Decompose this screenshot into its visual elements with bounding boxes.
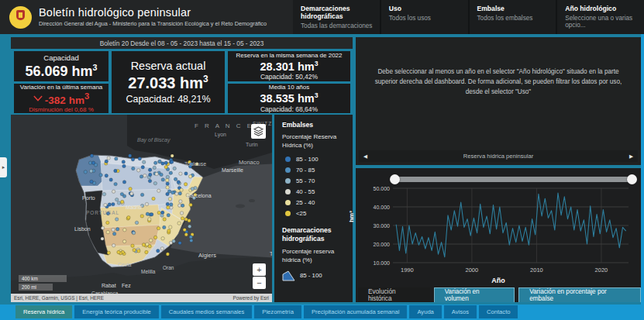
legend-title-embalses: Embalses	[282, 121, 348, 129]
legend-subtitle-demarcaciones: Porcentaje reserva hídrica (%)	[282, 248, 348, 265]
card-value: 27.033 hm3	[128, 74, 208, 92]
card-label: Media 10 años	[269, 84, 309, 91]
carousel-bar: ◀ Reserva hídrica peninsular ▶	[359, 150, 638, 162]
chevron-down-icon	[33, 95, 43, 102]
info-message: Debe seleccionar al menos un año en el s…	[368, 67, 629, 97]
dashboard: Boletín hidrológico peninsular Dirección…	[0, 0, 644, 320]
class-dot-icon	[285, 200, 291, 205]
card-subtext: Capacidad: 50,42%	[260, 73, 318, 81]
legend-title-demarcaciones: Demarcaciones hidrográficas	[282, 226, 348, 243]
bulletin-range: Boletín 20 Desde el 08 - 05 - 2023 hasta…	[11, 37, 353, 49]
card-reserva-2022: Reserva en la misma semana de 2022 28.30…	[228, 51, 350, 81]
map-canvas[interactable]: F R A N C ESWITZERLANDBay of BiscayLyonT…	[11, 115, 353, 302]
filter-dropdown-1[interactable]: UsoTodos los usos	[381, 0, 468, 34]
filter-dropdown-3[interactable]: Año hidrológicoSeleccione una o varias o…	[557, 0, 644, 34]
svg-text:1990: 1990	[401, 267, 414, 274]
chart-tab[interactable]: Variación en porcentaje por embalse	[518, 287, 641, 302]
carousel-label: Reserva hídrica peninsular	[463, 153, 533, 160]
card-subtext: Capacidad: 48,21%	[126, 94, 210, 105]
filter-dropdown-0[interactable]: Demarcaciones hidrográficasTodas las dem…	[293, 0, 380, 34]
legend-item: 25 - 40	[282, 199, 348, 206]
map-attribution: Esri, HERE, Garmin, USGS | Esri, HERE Po…	[11, 294, 272, 302]
chevron-right-icon: ▸	[2, 164, 5, 170]
card-label: Reserva en la misma semana de 2022	[236, 52, 343, 59]
card-subtext: Disminución del 0,68 %	[29, 106, 94, 113]
filter-dropdown-2[interactable]: EmbalseTodos los embalses	[470, 0, 556, 34]
chart-panel: 10.000 20.000 30.000 40.000 50.000199020…	[356, 168, 641, 302]
svg-text:10.000: 10.000	[374, 260, 391, 266]
card-value: -382 hm3	[33, 91, 89, 106]
basemap-layers-button[interactable]	[251, 124, 266, 139]
nav-tab[interactable]: Contacto	[479, 305, 518, 318]
chart-tab[interactable]: Variación en volumen	[434, 287, 515, 302]
layers-icon	[253, 126, 263, 136]
nav-tab[interactable]: Avisos	[444, 305, 477, 318]
svg-text:20.000: 20.000	[374, 242, 391, 247]
card-value: 28.301 hm3	[260, 60, 319, 73]
nav-tab[interactable]: Precipitación acumulada semanal	[304, 305, 408, 318]
info-panel: Debe seleccionar al menos un año en el s…	[356, 37, 641, 165]
card-variacion: Variación en la última semana -382 hm3 D…	[14, 84, 108, 113]
x-axis-label: Año	[356, 277, 641, 284]
map-zoom-control: + −	[253, 263, 266, 290]
legend-item: <25	[282, 210, 348, 217]
scalebar-mi: 200 mi	[19, 284, 53, 291]
nav-tab[interactable]: Energía teórica producible	[74, 305, 159, 318]
legend-item: 70 - 85	[282, 167, 348, 174]
card-value: 56.069 hm3	[25, 63, 97, 80]
brand: Boletín hidrológico peninsular Dirección…	[0, 0, 293, 34]
svg-text:2010: 2010	[530, 267, 543, 274]
card-subtext: Capacidad: 68,64%	[260, 105, 318, 113]
carousel-next-icon[interactable]: ▶	[629, 153, 633, 160]
scalebar-km: 400 km	[19, 275, 67, 282]
chart-tab[interactable]: Evolución histórica	[358, 287, 430, 302]
card-media-10: Media 10 años 38.535 hm3 Capacidad: 68,6…	[228, 84, 350, 113]
nav-tab[interactable]: Piezometría	[254, 305, 301, 318]
class-dot-icon	[285, 167, 291, 173]
zoom-out-button[interactable]: −	[253, 277, 266, 289]
card-label: Capacidad	[43, 53, 78, 62]
bottom-nav: Reserva hídricaEnergía teórica producibl…	[0, 305, 644, 320]
class-dot-icon	[285, 211, 291, 216]
card-reserva-actual: Reserva actual 27.033 hm3 Capacidad: 48,…	[112, 51, 225, 113]
card-capacidad: Capacidad 56.069 hm3	[14, 51, 108, 81]
svg-text:40.000: 40.000	[374, 205, 391, 210]
class-dot-icon	[285, 189, 291, 194]
legend-demarcacion-class: 85 - 100	[282, 270, 348, 281]
card-value: 38.535 hm3	[260, 91, 319, 105]
class-dot-icon	[285, 157, 291, 162]
line-chart[interactable]: 10.000 20.000 30.000 40.000 50.000199020…	[357, 181, 635, 280]
carousel-prev-icon[interactable]: ◀	[363, 153, 367, 160]
page-subtitle: Dirección General del Agua - Ministerio …	[39, 21, 267, 27]
card-label: Reserva actual	[131, 60, 206, 72]
svg-text:2000: 2000	[466, 267, 479, 274]
zoom-in-button[interactable]: +	[253, 263, 266, 276]
legend-items: 85 - 10070 - 8555 - 7040 - 5525 - 40<25	[282, 156, 348, 217]
sidebar-expand-handle[interactable]: ▸	[0, 157, 7, 177]
map-legend: Embalses Porcentaje Reserva Hídrica (%) …	[272, 115, 353, 302]
y-axis-label: hm³	[348, 211, 355, 222]
nav-tab[interactable]: Reserva hídrica	[15, 305, 72, 318]
svg-text:50.000: 50.000	[374, 186, 391, 191]
right-frame	[641, 0, 644, 320]
polygon-swatch-icon	[282, 270, 295, 281]
legend-item: 85 - 100	[282, 156, 348, 163]
card-label: Variación en la última semana	[20, 84, 103, 91]
nav-tab[interactable]: Ayuda	[409, 305, 441, 318]
page-title: Boletín hidrológico peninsular	[39, 6, 267, 19]
filter-bar: Demarcaciones hidrográficasTodas las dem…	[293, 0, 644, 34]
svg-text:30.000: 30.000	[374, 223, 391, 229]
header: Boletín hidrológico peninsular Dirección…	[0, 0, 644, 34]
legend-item: 55 - 70	[282, 177, 348, 184]
chart-tabs: Evolución históricaVariación en volumenV…	[356, 287, 641, 302]
legend-subtitle-embalses: Porcentaje Reserva Hídrica (%)	[282, 133, 348, 150]
legend-item: 40 - 55	[282, 188, 348, 195]
ministry-logo-icon	[9, 6, 32, 29]
svg-text:2020: 2020	[595, 267, 608, 274]
class-dot-icon	[285, 178, 291, 184]
nav-tab[interactable]: Caudales medios semanales	[161, 305, 253, 318]
